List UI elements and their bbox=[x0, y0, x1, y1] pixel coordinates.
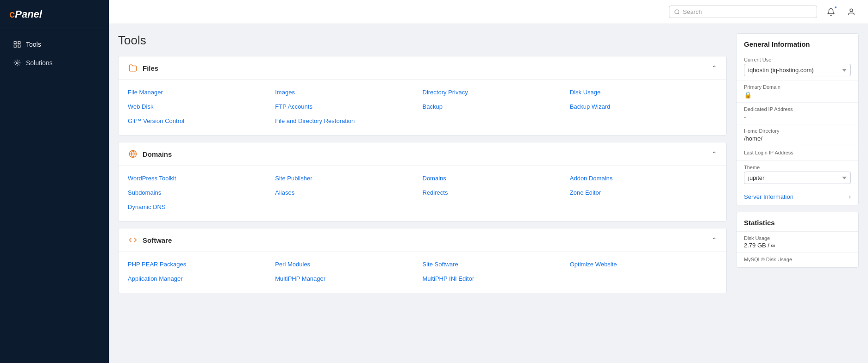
primary-domain-label: Primary Domain bbox=[744, 84, 851, 90]
user-icon bbox=[847, 8, 856, 16]
link-dynamic-dns[interactable]: Dynamic DNS bbox=[128, 202, 275, 212]
link-subdomains[interactable]: Subdomains bbox=[128, 188, 275, 197]
primary-domain-row: Primary Domain 🔒 bbox=[737, 80, 858, 103]
files-section: Files ⌃ File Manager Images Directory Pr… bbox=[118, 56, 727, 135]
link-addon-domains[interactable]: Addon Domains bbox=[570, 173, 717, 183]
link-php-pear-packages[interactable]: PHP PEAR Packages bbox=[128, 259, 275, 269]
sidebar-item-solutions[interactable]: Solutions bbox=[4, 54, 105, 72]
link-domains[interactable]: Domains bbox=[423, 173, 570, 183]
home-dir-row: Home Directory /home/ bbox=[737, 124, 858, 146]
domains-section: Domains ⌃ WordPress Toolkit Site Publish… bbox=[118, 142, 727, 221]
statistics-title: Statistics bbox=[737, 212, 858, 232]
theme-select[interactable]: jupiter bbox=[744, 172, 851, 184]
primary-domain-value: 🔒 bbox=[744, 91, 851, 98]
software-section-header[interactable]: Software ⌃ bbox=[119, 228, 726, 252]
server-info-label: Server Information bbox=[744, 193, 793, 200]
sidebar-navigation: Tools Solutions bbox=[0, 29, 109, 78]
header bbox=[109, 0, 868, 24]
home-dir-label: Home Directory bbox=[744, 128, 851, 134]
svg-rect-1 bbox=[18, 42, 20, 44]
main-area: Tools Files ⌃ File bbox=[109, 0, 868, 363]
svg-line-6 bbox=[678, 13, 679, 14]
svg-point-4 bbox=[16, 62, 18, 64]
files-collapse-icon: ⌃ bbox=[712, 64, 717, 72]
svg-rect-2 bbox=[14, 45, 16, 47]
link-images[interactable]: Images bbox=[275, 87, 422, 97]
link-aliases[interactable]: Aliases bbox=[275, 188, 422, 197]
notifications-button[interactable] bbox=[824, 5, 838, 19]
header-icons bbox=[824, 5, 859, 19]
disk-usage-stat-value: 2.79 GB / ∞ bbox=[744, 242, 851, 249]
files-section-body: File Manager Images Directory Privacy Di… bbox=[119, 80, 726, 135]
software-collapse-icon: ⌃ bbox=[712, 236, 717, 244]
domains-header-left: Domains bbox=[128, 149, 172, 159]
search-icon bbox=[674, 9, 680, 15]
sidebar-item-solutions-label: Solutions bbox=[26, 59, 53, 67]
link-optimize-website[interactable]: Optimize Website bbox=[570, 259, 717, 269]
link-web-disk[interactable]: Web Disk bbox=[128, 102, 275, 111]
link-backup-wizard[interactable]: Backup Wizard bbox=[570, 102, 717, 111]
link-site-software[interactable]: Site Software bbox=[423, 259, 570, 269]
mysql-disk-stat-row: MySQL® Disk Usage bbox=[737, 253, 858, 267]
domains-collapse-icon: ⌃ bbox=[712, 150, 717, 158]
theme-label: Theme bbox=[744, 165, 851, 170]
link-file-dir-restoration[interactable]: File and Directory Restoration bbox=[275, 116, 422, 126]
sidebar-item-tools[interactable]: Tools bbox=[4, 36, 105, 53]
globe-icon bbox=[128, 149, 138, 159]
software-links-grid: PHP PEAR Packages Perl Modules Site Soft… bbox=[128, 259, 717, 283]
link-wordpress-toolkit[interactable]: WordPress Toolkit bbox=[128, 173, 275, 183]
notification-dot bbox=[834, 6, 837, 9]
page-title: Tools bbox=[118, 33, 727, 48]
link-disk-usage[interactable]: Disk Usage bbox=[570, 87, 717, 97]
software-header-left: Software bbox=[128, 235, 172, 245]
home-dir-value: /home/ bbox=[744, 135, 851, 142]
lock-icon: 🔒 bbox=[744, 91, 752, 98]
server-info-row[interactable]: Server Information › bbox=[737, 188, 858, 205]
general-info-card: General Information Current User iqhosti… bbox=[736, 33, 859, 205]
search-box[interactable] bbox=[669, 6, 817, 18]
search-input[interactable] bbox=[683, 8, 812, 15]
tools-icon bbox=[13, 40, 21, 49]
link-application-manager[interactable]: Application Manager bbox=[128, 274, 275, 283]
domains-links-grid: WordPress Toolkit Site Publisher Domains… bbox=[128, 173, 717, 212]
current-user-select[interactable]: iqhostin (iq-hosting.com) bbox=[744, 64, 851, 76]
link-zone-editor[interactable]: Zone Editor bbox=[570, 188, 717, 197]
domains-section-title: Domains bbox=[143, 150, 172, 158]
dedicated-ip-row: Dedicated IP Address - bbox=[737, 103, 858, 124]
link-file-manager[interactable]: File Manager bbox=[128, 87, 275, 97]
files-links-grid: File Manager Images Directory Privacy Di… bbox=[128, 87, 717, 126]
link-perl-modules[interactable]: Perl Modules bbox=[275, 259, 422, 269]
link-site-publisher[interactable]: Site Publisher bbox=[275, 173, 422, 183]
current-user-row: Current User iqhostin (iq-hosting.com) bbox=[737, 53, 858, 80]
svg-point-7 bbox=[850, 9, 853, 12]
general-info-title: General Information bbox=[737, 34, 858, 53]
disk-usage-stat-label: Disk Usage bbox=[744, 235, 851, 241]
code-icon bbox=[128, 235, 138, 245]
right-panel: General Information Current User iqhosti… bbox=[736, 33, 859, 354]
link-git-version-control[interactable]: Git™ Version Control bbox=[128, 116, 275, 126]
content-area: Tools Files ⌃ File bbox=[109, 24, 868, 363]
files-section-header[interactable]: Files ⌃ bbox=[119, 56, 726, 80]
user-button[interactable] bbox=[844, 5, 859, 19]
folder-icon bbox=[128, 63, 138, 73]
link-multiphp-manager[interactable]: MultiPHP Manager bbox=[275, 274, 422, 283]
software-section: Software ⌃ PHP PEAR Packages Perl Module… bbox=[118, 228, 727, 293]
sidebar-item-tools-label: Tools bbox=[26, 41, 41, 48]
domains-section-header[interactable]: Domains ⌃ bbox=[119, 142, 726, 166]
mysql-disk-label: MySQL® Disk Usage bbox=[744, 257, 851, 262]
disk-usage-stat-row: Disk Usage 2.79 GB / ∞ bbox=[737, 232, 858, 253]
sidebar: cPanel Tools Solutions bbox=[0, 0, 109, 363]
link-directory-privacy[interactable]: Directory Privacy bbox=[423, 87, 570, 97]
link-multiphp-ini-editor[interactable]: MultiPHP INI Editor bbox=[423, 274, 570, 283]
link-ftp-accounts[interactable]: FTP Accounts bbox=[275, 102, 422, 111]
svg-point-5 bbox=[675, 10, 679, 14]
files-header-left: Files bbox=[128, 63, 158, 73]
dedicated-ip-label: Dedicated IP Address bbox=[744, 106, 851, 112]
solutions-icon bbox=[13, 59, 21, 67]
main-content: Tools Files ⌃ File bbox=[118, 33, 727, 354]
link-backup[interactable]: Backup bbox=[423, 102, 570, 111]
bell-icon bbox=[827, 8, 835, 16]
last-login-row: Last Login IP Address bbox=[737, 146, 858, 161]
files-section-title: Files bbox=[143, 64, 158, 72]
link-redirects[interactable]: Redirects bbox=[423, 188, 570, 197]
